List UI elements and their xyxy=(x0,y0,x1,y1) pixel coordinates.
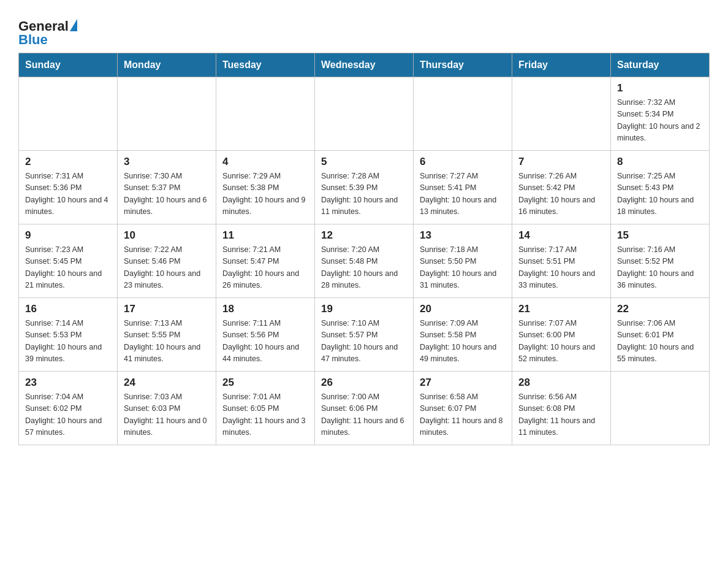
day-number: 6 xyxy=(420,156,506,168)
calendar-cell xyxy=(611,372,710,445)
calendar-cell: 21Sunrise: 7:07 AM Sunset: 6:00 PM Dayli… xyxy=(512,298,611,372)
calendar-week-row: 23Sunrise: 7:04 AM Sunset: 6:02 PM Dayli… xyxy=(19,372,710,445)
day-info: Sunrise: 7:30 AM Sunset: 5:37 PM Dayligh… xyxy=(124,170,210,218)
day-info: Sunrise: 7:14 AM Sunset: 5:53 PM Dayligh… xyxy=(25,318,111,366)
calendar-cell xyxy=(216,77,315,151)
calendar-header-friday: Friday xyxy=(512,53,611,77)
day-number: 19 xyxy=(321,303,407,315)
day-info: Sunrise: 7:31 AM Sunset: 5:36 PM Dayligh… xyxy=(25,170,111,218)
calendar-header-sunday: Sunday xyxy=(19,53,118,77)
day-info: Sunrise: 7:28 AM Sunset: 5:39 PM Dayligh… xyxy=(321,170,407,218)
day-info: Sunrise: 7:25 AM Sunset: 5:43 PM Dayligh… xyxy=(617,170,703,218)
day-number: 7 xyxy=(518,156,604,168)
calendar-cell: 23Sunrise: 7:04 AM Sunset: 6:02 PM Dayli… xyxy=(19,372,118,445)
day-info: Sunrise: 7:11 AM Sunset: 5:56 PM Dayligh… xyxy=(222,318,308,366)
day-info: Sunrise: 7:07 AM Sunset: 6:00 PM Dayligh… xyxy=(518,318,604,366)
day-info: Sunrise: 6:58 AM Sunset: 6:07 PM Dayligh… xyxy=(420,391,506,439)
day-number: 4 xyxy=(222,156,308,168)
day-info: Sunrise: 7:09 AM Sunset: 5:58 PM Dayligh… xyxy=(420,318,506,366)
day-number: 25 xyxy=(222,377,308,389)
day-number: 5 xyxy=(321,156,407,168)
calendar-cell: 3Sunrise: 7:30 AM Sunset: 5:37 PM Daylig… xyxy=(118,151,216,224)
calendar-cell: 14Sunrise: 7:17 AM Sunset: 5:51 PM Dayli… xyxy=(512,224,611,298)
day-info: Sunrise: 6:56 AM Sunset: 6:08 PM Dayligh… xyxy=(518,391,604,439)
day-number: 22 xyxy=(617,303,703,315)
calendar-cell: 17Sunrise: 7:13 AM Sunset: 5:55 PM Dayli… xyxy=(118,298,216,372)
calendar-header-saturday: Saturday xyxy=(611,53,710,77)
day-number: 14 xyxy=(518,229,604,242)
calendar-cell: 25Sunrise: 7:01 AM Sunset: 6:05 PM Dayli… xyxy=(216,372,315,445)
day-info: Sunrise: 7:17 AM Sunset: 5:51 PM Dayligh… xyxy=(518,244,604,292)
calendar-cell: 7Sunrise: 7:26 AM Sunset: 5:42 PM Daylig… xyxy=(512,151,611,224)
day-number: 23 xyxy=(25,377,111,389)
day-number: 28 xyxy=(518,377,604,389)
calendar-cell: 11Sunrise: 7:21 AM Sunset: 5:47 PM Dayli… xyxy=(216,224,315,298)
day-info: Sunrise: 7:01 AM Sunset: 6:05 PM Dayligh… xyxy=(222,391,308,439)
calendar-cell xyxy=(315,77,414,151)
calendar-cell xyxy=(414,77,512,151)
day-info: Sunrise: 7:06 AM Sunset: 6:01 PM Dayligh… xyxy=(617,318,703,366)
day-number: 3 xyxy=(124,156,210,168)
calendar-week-row: 16Sunrise: 7:14 AM Sunset: 5:53 PM Dayli… xyxy=(19,298,710,372)
page-header: General Blue xyxy=(18,15,710,47)
calendar-cell: 4Sunrise: 7:29 AM Sunset: 5:38 PM Daylig… xyxy=(216,151,315,224)
day-info: Sunrise: 7:03 AM Sunset: 6:03 PM Dayligh… xyxy=(124,391,210,439)
day-number: 2 xyxy=(25,156,111,168)
day-number: 1 xyxy=(617,82,703,94)
day-info: Sunrise: 7:10 AM Sunset: 5:57 PM Dayligh… xyxy=(321,318,407,366)
calendar-cell: 6Sunrise: 7:27 AM Sunset: 5:41 PM Daylig… xyxy=(414,151,512,224)
calendar-cell: 28Sunrise: 6:56 AM Sunset: 6:08 PM Dayli… xyxy=(512,372,611,445)
calendar-header-wednesday: Wednesday xyxy=(315,53,414,77)
logo-general: General xyxy=(18,20,69,33)
logo: General Blue xyxy=(18,20,77,47)
calendar-cell: 26Sunrise: 7:00 AM Sunset: 6:06 PM Dayli… xyxy=(315,372,414,445)
day-info: Sunrise: 7:23 AM Sunset: 5:45 PM Dayligh… xyxy=(25,244,111,292)
calendar-cell: 19Sunrise: 7:10 AM Sunset: 5:57 PM Dayli… xyxy=(315,298,414,372)
day-number: 13 xyxy=(420,229,506,242)
day-number: 9 xyxy=(25,229,111,242)
calendar-header-tuesday: Tuesday xyxy=(216,53,315,77)
calendar-cell: 22Sunrise: 7:06 AM Sunset: 6:01 PM Dayli… xyxy=(611,298,710,372)
day-number: 18 xyxy=(222,303,308,315)
day-info: Sunrise: 7:21 AM Sunset: 5:47 PM Dayligh… xyxy=(222,244,308,292)
calendar-week-row: 2Sunrise: 7:31 AM Sunset: 5:36 PM Daylig… xyxy=(19,151,710,224)
day-info: Sunrise: 7:13 AM Sunset: 5:55 PM Dayligh… xyxy=(124,318,210,366)
day-info: Sunrise: 7:27 AM Sunset: 5:41 PM Dayligh… xyxy=(420,170,506,218)
calendar-cell: 1Sunrise: 7:32 AM Sunset: 5:34 PM Daylig… xyxy=(611,77,710,151)
day-number: 8 xyxy=(617,156,703,168)
day-number: 27 xyxy=(420,377,506,389)
calendar-cell: 15Sunrise: 7:16 AM Sunset: 5:52 PM Dayli… xyxy=(611,224,710,298)
day-number: 10 xyxy=(124,229,210,242)
calendar-header-row: SundayMondayTuesdayWednesdayThursdayFrid… xyxy=(19,53,710,77)
calendar-cell: 8Sunrise: 7:25 AM Sunset: 5:43 PM Daylig… xyxy=(611,151,710,224)
calendar-cell: 5Sunrise: 7:28 AM Sunset: 5:39 PM Daylig… xyxy=(315,151,414,224)
day-number: 17 xyxy=(124,303,210,315)
calendar-week-row: 1Sunrise: 7:32 AM Sunset: 5:34 PM Daylig… xyxy=(19,77,710,151)
calendar-cell xyxy=(118,77,216,151)
day-number: 16 xyxy=(25,303,111,315)
calendar-cell: 9Sunrise: 7:23 AM Sunset: 5:45 PM Daylig… xyxy=(19,224,118,298)
day-info: Sunrise: 7:26 AM Sunset: 5:42 PM Dayligh… xyxy=(518,170,604,218)
day-number: 21 xyxy=(518,303,604,315)
calendar-cell: 2Sunrise: 7:31 AM Sunset: 5:36 PM Daylig… xyxy=(19,151,118,224)
calendar-header-thursday: Thursday xyxy=(414,53,512,77)
day-info: Sunrise: 7:32 AM Sunset: 5:34 PM Dayligh… xyxy=(617,97,703,145)
calendar-cell: 18Sunrise: 7:11 AM Sunset: 5:56 PM Dayli… xyxy=(216,298,315,372)
day-info: Sunrise: 7:16 AM Sunset: 5:52 PM Dayligh… xyxy=(617,244,703,292)
day-number: 26 xyxy=(321,377,407,389)
calendar-cell: 12Sunrise: 7:20 AM Sunset: 5:48 PM Dayli… xyxy=(315,224,414,298)
calendar-week-row: 9Sunrise: 7:23 AM Sunset: 5:45 PM Daylig… xyxy=(19,224,710,298)
calendar-cell: 10Sunrise: 7:22 AM Sunset: 5:46 PM Dayli… xyxy=(118,224,216,298)
calendar-header-monday: Monday xyxy=(118,53,216,77)
day-info: Sunrise: 7:00 AM Sunset: 6:06 PM Dayligh… xyxy=(321,391,407,439)
day-number: 24 xyxy=(124,377,210,389)
day-number: 20 xyxy=(420,303,506,315)
calendar-cell xyxy=(512,77,611,151)
day-number: 12 xyxy=(321,229,407,242)
logo-blue: Blue xyxy=(18,33,48,47)
day-number: 11 xyxy=(222,229,308,242)
calendar-cell: 20Sunrise: 7:09 AM Sunset: 5:58 PM Dayli… xyxy=(414,298,512,372)
calendar-cell: 13Sunrise: 7:18 AM Sunset: 5:50 PM Dayli… xyxy=(414,224,512,298)
calendar-cell: 24Sunrise: 7:03 AM Sunset: 6:03 PM Dayli… xyxy=(118,372,216,445)
day-info: Sunrise: 7:29 AM Sunset: 5:38 PM Dayligh… xyxy=(222,170,308,218)
